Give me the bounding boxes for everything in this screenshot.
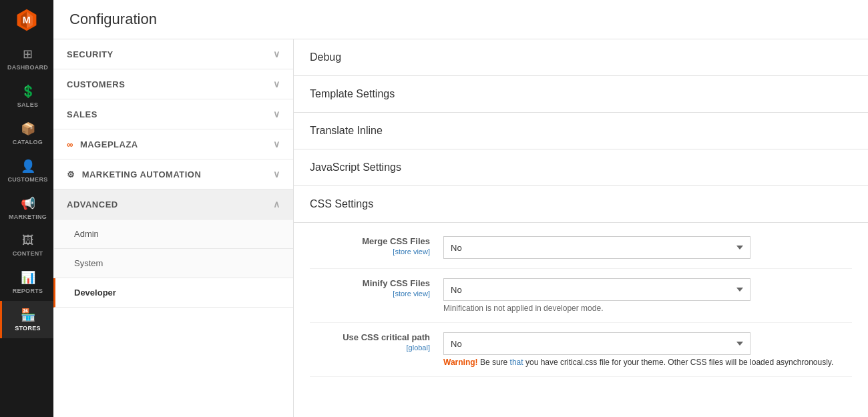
section-link-translate-inline[interactable]: Translate Inline: [294, 113, 868, 149]
merge-css-control: No Yes: [443, 236, 852, 259]
right-panel: Debug Template Settings Translate Inline…: [294, 39, 868, 417]
sidebar-logo: M: [0, 0, 53, 40]
nav-section-marketing-automation-label: MARKETING AUTOMATION: [82, 169, 202, 179]
nav-item-developer[interactable]: Developer: [53, 278, 293, 308]
merge-css-label: Merge CSS Files: [310, 236, 430, 246]
css-critical-path-warning: Warning! Be sure that you have critical.…: [443, 358, 852, 367]
magento-logo-icon: M: [15, 8, 39, 32]
left-nav: SECURITY ∨ CUSTOMERS ∨ SALES ∨ ∞ MAGEPLA…: [53, 39, 294, 417]
nav-section-advanced-label: ADVANCED: [67, 199, 118, 210]
section-link-javascript-settings[interactable]: JavaScript Settings: [294, 149, 868, 186]
sidebar-item-dashboard[interactable]: ⊞ DASHBOARD: [0, 40, 53, 77]
warning-text-before: Be sure: [480, 358, 510, 367]
sidebar-item-dashboard-label: DASHBOARD: [7, 64, 48, 71]
nav-section-marketing-automation-content: ⚙ MARKETING AUTOMATION: [67, 169, 201, 179]
warning-link: that: [510, 358, 523, 367]
form-row-merge-css: Merge CSS Files [store view] No Yes: [310, 236, 852, 269]
sidebar-item-marketing[interactable]: 📢 MARKETING: [0, 189, 53, 227]
sidebar-item-content[interactable]: 🖼 CONTENT: [0, 227, 53, 264]
chevron-down-icon: ∨: [273, 169, 280, 179]
sidebar-item-reports-label: REPORTS: [13, 288, 43, 294]
form-row-minify-css: Minify CSS Files [store view] No Yes Min…: [310, 278, 852, 323]
sidebar-item-content-label: CONTENT: [13, 250, 43, 257]
nav-section-security-label: SECURITY: [67, 49, 114, 59]
sidebar-item-marketing-label: MARKETING: [9, 214, 47, 220]
nav-section-mageplaza-label: MAGEPLAZA: [80, 139, 138, 149]
stores-icon: 🏪: [21, 308, 35, 322]
sidebar-item-sales[interactable]: 💲 SALES: [0, 77, 53, 115]
minify-css-label-col: Minify CSS Files [store view]: [310, 278, 443, 298]
marketing-automation-icon: ⚙: [67, 169, 75, 179]
nav-section-sales[interactable]: SALES ∨: [53, 99, 293, 129]
merge-css-select[interactable]: No Yes: [443, 236, 750, 259]
content-icon: 🖼: [22, 234, 34, 248]
sidebar-item-sales-label: SALES: [17, 101, 39, 108]
dashboard-icon: ⊞: [23, 47, 33, 61]
chevron-down-icon: ∨: [273, 139, 280, 149]
chevron-down-icon: ∨: [273, 109, 280, 119]
css-critical-path-label: Use CSS critical path: [310, 332, 430, 342]
sidebar-item-reports[interactable]: 📊 REPORTS: [0, 264, 53, 301]
minify-css-control: No Yes Minification is not applied in de…: [443, 278, 852, 313]
merge-css-scope: [store view]: [310, 248, 430, 256]
content-area: SECURITY ∨ CUSTOMERS ∨ SALES ∨ ∞ MAGEPLA…: [53, 39, 868, 417]
section-link-template-settings[interactable]: Template Settings: [294, 76, 868, 113]
mageplaza-icon: ∞: [67, 139, 73, 149]
sidebar-item-stores[interactable]: 🏪 STORES: [0, 301, 53, 338]
catalog-icon: 📦: [21, 121, 35, 136]
nav-section-marketing-automation[interactable]: ⚙ MARKETING AUTOMATION ∨: [53, 159, 293, 189]
reports-icon: 📊: [21, 270, 35, 285]
warning-text-after: you have critical.css file for your them…: [525, 358, 833, 367]
sidebar-item-catalog[interactable]: 📦 CATALOG: [0, 115, 53, 152]
customers-icon: 👤: [21, 159, 35, 173]
warning-label: Warning!: [443, 358, 478, 367]
sidebar-item-catalog-label: CATALOG: [13, 139, 43, 145]
merge-css-label-col: Merge CSS Files [store view]: [310, 236, 443, 256]
minify-css-select[interactable]: No Yes: [443, 278, 750, 301]
css-critical-path-control: No Yes Warning! Be sure that you have cr…: [443, 332, 852, 367]
nav-section-customers[interactable]: CUSTOMERS ∨: [53, 69, 293, 99]
nav-section-advanced[interactable]: ADVANCED ∧: [53, 189, 293, 220]
sidebar-item-stores-label: STORES: [15, 325, 41, 332]
nav-item-admin-label: Admin: [74, 229, 99, 239]
nav-section-customers-label: CUSTOMERS: [67, 79, 125, 89]
css-settings-section: Merge CSS Files [store view] No Yes Mini…: [294, 223, 868, 393]
css-critical-path-scope: [global]: [310, 344, 430, 352]
section-link-debug[interactable]: Debug: [294, 39, 868, 76]
minify-css-label: Minify CSS Files: [310, 278, 430, 288]
nav-section-mageplaza-content: ∞ MAGEPLAZA: [67, 139, 138, 149]
minify-css-scope: [store view]: [310, 290, 430, 298]
svg-text:M: M: [23, 15, 31, 25]
page-title: Configuration: [69, 11, 852, 28]
nav-section-mageplaza[interactable]: ∞ MAGEPLAZA ∨: [53, 129, 293, 159]
page-header: Configuration: [53, 0, 868, 39]
nav-section-advanced-items: Admin System Developer: [53, 220, 293, 308]
chevron-down-icon: ∨: [273, 79, 280, 89]
form-row-css-critical-path: Use CSS critical path [global] No Yes Wa…: [310, 332, 852, 377]
sales-icon: 💲: [21, 84, 35, 99]
nav-item-developer-label: Developer: [74, 288, 116, 298]
nav-item-admin[interactable]: Admin: [53, 220, 293, 249]
sidebar-item-customers-label: CUSTOMERS: [7, 176, 47, 183]
chevron-up-icon: ∧: [273, 199, 280, 210]
section-link-css-settings[interactable]: CSS Settings: [294, 186, 868, 223]
sidebar-item-customers[interactable]: 👤 CUSTOMERS: [0, 152, 53, 189]
css-critical-path-select[interactable]: No Yes: [443, 332, 750, 355]
minify-css-hint: Minification is not applied in developer…: [443, 304, 852, 313]
nav-item-system[interactable]: System: [53, 249, 293, 278]
sidebar: M ⊞ DASHBOARD 💲 SALES 📦 CATALOG 👤 CUSTOM…: [0, 0, 53, 417]
chevron-down-icon: ∨: [273, 49, 280, 59]
css-critical-path-label-col: Use CSS critical path [global]: [310, 332, 443, 352]
nav-item-system-label: System: [74, 258, 103, 268]
nav-section-security[interactable]: SECURITY ∨: [53, 39, 293, 69]
nav-section-sales-label: SALES: [67, 109, 97, 119]
marketing-icon: 📢: [21, 196, 35, 211]
main-area: Configuration SECURITY ∨ CUSTOMERS ∨ SAL…: [53, 0, 868, 417]
